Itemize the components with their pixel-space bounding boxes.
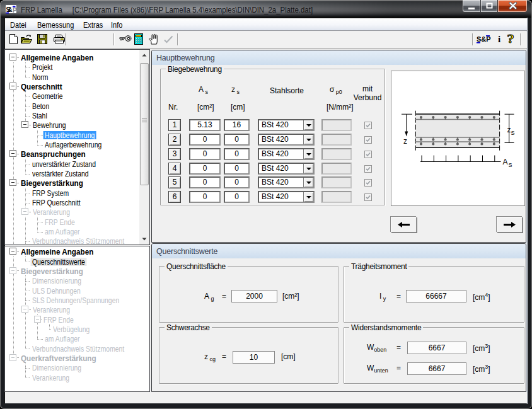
svg-text:S: S [511, 130, 515, 136]
svg-text:S&: S& [6, 6, 13, 13]
svg-text:z: z [403, 137, 407, 146]
svg-text:S: S [509, 162, 512, 168]
svg-text:P: P [13, 7, 16, 14]
svg-text:i: i [498, 34, 500, 44]
svg-text:A: A [503, 158, 508, 166]
svg-text:S&P: S&P [477, 35, 491, 43]
svg-text:?: ? [507, 33, 514, 45]
